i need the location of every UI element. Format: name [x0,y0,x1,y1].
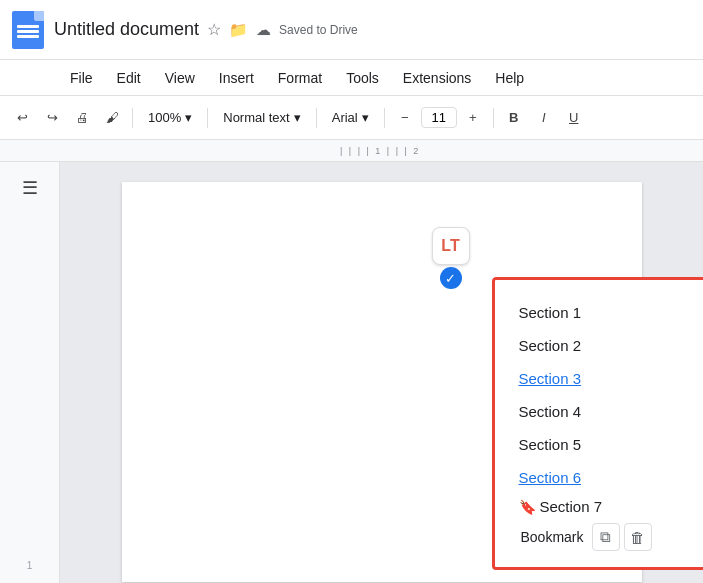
separator-1 [132,108,133,128]
text-style-dropdown[interactable]: Normal text ▾ [214,105,309,130]
ruler [0,140,703,162]
grammarly-check-icon: ✓ [440,267,462,289]
font-size-display[interactable]: 11 [421,107,457,128]
menu-tools[interactable]: Tools [336,66,389,90]
content-box: Section 1 Section 2 Section 3 Section 4 … [492,277,704,570]
ruler-line [0,140,703,162]
undo-button[interactable]: ↩ [8,104,36,132]
doc-icon [12,11,44,49]
underline-button[interactable]: U [560,104,588,132]
doc-title: Untitled document [54,19,199,40]
section-2-item: Section 2 [519,329,685,362]
menu-help[interactable]: Help [485,66,534,90]
left-sidebar: ☰ 1 [0,162,60,583]
menu-insert[interactable]: Insert [209,66,264,90]
delete-icon: 🗑 [630,529,645,546]
top-bar: Untitled document ☆ 📁 ☁ Saved to Drive [0,0,703,60]
zoom-value: 100% [148,110,181,125]
separator-2 [207,108,208,128]
document-area: ☰ 1 LT ✓ Section 1 Section 2 [0,162,703,583]
folder-icon[interactable]: 📁 [229,21,248,39]
bookmark-label: Bookmark [521,529,584,545]
bold-button[interactable]: B [500,104,528,132]
cloud-icon: ☁ [256,21,271,39]
section-5-item: Section 5 [519,428,685,461]
section-6-item[interactable]: Section 6 [519,461,685,494]
menu-extensions[interactable]: Extensions [393,66,481,90]
paper-container: LT ✓ Section 1 Section 2 Section 3 Secti… [60,162,703,583]
separator-5 [493,108,494,128]
font-size-decrease-button[interactable]: − [391,104,419,132]
text-style-chevron-icon: ▾ [294,110,301,125]
separator-3 [316,108,317,128]
copy-icon: ⧉ [600,528,611,546]
font-chevron-icon: ▾ [362,110,369,125]
section-4-item: Section 4 [519,395,685,428]
grammarly-lt-button[interactable]: LT [432,227,470,265]
saved-status: Saved to Drive [279,23,358,37]
font-size-increase-button[interactable]: + [459,104,487,132]
zoom-dropdown[interactable]: 100% ▾ [139,105,201,130]
section-7-bookmark-row: 🔖 Section 7 [519,494,685,519]
title-area: Untitled document ☆ 📁 ☁ Saved to Drive [54,19,358,40]
menu-format[interactable]: Format [268,66,332,90]
grammarly-widget: LT ✓ [432,227,470,289]
menu-edit[interactable]: Edit [107,66,151,90]
separator-4 [384,108,385,128]
zoom-chevron-icon: ▾ [185,110,192,125]
paint-format-button[interactable]: 🖌 [98,104,126,132]
font-dropdown[interactable]: Arial ▾ [323,105,378,130]
toolbar: ↩ ↪ 🖨 🖌 100% ▾ Normal text ▾ Arial ▾ − 1… [0,96,703,140]
star-icon[interactable]: ☆ [207,20,221,39]
bookmark-flag-icon: 🔖 [519,499,536,515]
text-style-label: Normal text [223,110,289,125]
menu-view[interactable]: View [155,66,205,90]
font-label: Arial [332,110,358,125]
print-button[interactable]: 🖨 [68,104,96,132]
redo-button[interactable]: ↪ [38,104,66,132]
section-7-label: Section 7 [540,498,685,515]
italic-button[interactable]: I [530,104,558,132]
section-1-item: Section 1 [519,296,685,329]
paper: LT ✓ Section 1 Section 2 Section 3 Secti… [122,182,642,582]
menu-file[interactable]: File [60,66,103,90]
outline-icon[interactable]: ☰ [16,174,44,202]
bookmark-copy-button[interactable]: ⧉ [592,523,620,551]
bookmark-delete-button[interactable]: 🗑 [624,523,652,551]
menu-bar: File Edit View Insert Format Tools Exten… [0,60,703,96]
section-3-item[interactable]: Section 3 [519,362,685,395]
bookmark-actions: Bookmark ⧉ 🗑 [519,523,685,551]
page-number-1: 1 [27,560,33,571]
